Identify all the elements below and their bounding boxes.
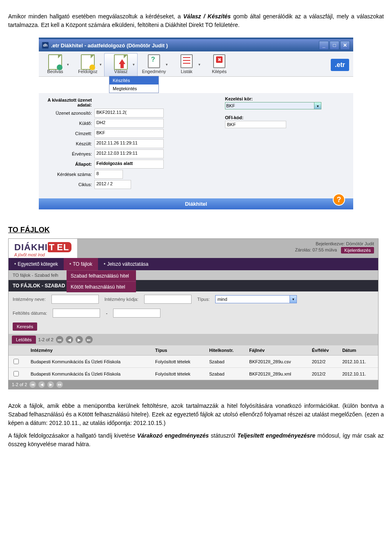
- header-right: Bejelentkezve: Dömötör Judit Zárolás: 07…: [291, 239, 378, 258]
- uzenet-label: Üzenet azonosító:: [43, 111, 94, 116]
- app-icon: dh: [42, 42, 49, 49]
- chevron-down-icon: ▾: [290, 296, 296, 303]
- row-checkbox[interactable]: [13, 359, 19, 364]
- list-icon: [180, 54, 193, 68]
- valasz-button[interactable]: Válasz ▾: [104, 53, 138, 76]
- intezmeny-neve-input[interactable]: [51, 295, 99, 304]
- files-table: Intézmény Típus Hitelkonstr. Fájlnév Év/…: [9, 345, 378, 380]
- letoltes-tab[interactable]: Letöltés: [12, 336, 36, 344]
- keszites-item[interactable]: Készítés: [109, 76, 158, 84]
- cell-hitelkonstr: Szabad: [206, 368, 246, 380]
- pager-next-icon[interactable]: ▶: [76, 336, 83, 343]
- minimize-button[interactable]: _: [319, 41, 329, 50]
- date-to-input[interactable]: [113, 309, 160, 318]
- label: Jelszó változtatása: [107, 261, 148, 267]
- logo-tagline: A jövőt most írod: [14, 253, 71, 257]
- maximize-button[interactable]: □: [330, 41, 339, 50]
- zarolas-label: Zárolás: 07:55 múlva: [295, 247, 337, 252]
- nav-jelszo[interactable]: •Jelszó változtatása: [98, 258, 154, 270]
- label: Engedmény: [142, 69, 166, 74]
- pager-last-icon[interactable]: ⏭: [56, 381, 63, 388]
- text: státuszról: [211, 432, 237, 439]
- megtekintes-item[interactable]: Megtekintés: [109, 84, 158, 93]
- label: Kilépés: [212, 69, 227, 74]
- nav-to-fajlok[interactable]: •TO fájlok: [64, 258, 98, 270]
- dh-header: DIÁKHITEL A jövőt most írod Bejelentkezv…: [9, 239, 378, 258]
- allapot-label: Állapot:: [43, 162, 94, 167]
- cell-datum: 2012.10.11.: [339, 368, 378, 380]
- cell-evfelev: 2012/2: [309, 368, 339, 380]
- ciklus-value: 2012 / 2: [94, 180, 131, 189]
- submenu-kotott[interactable]: Kötött felhasználású hitel: [67, 281, 136, 292]
- logo-text: T: [48, 242, 56, 252]
- kuldo-label: Küldő:: [43, 121, 94, 126]
- cell-evfelev: 2012/2: [309, 356, 339, 368]
- pager-first-icon[interactable]: ⏮: [29, 381, 36, 388]
- breadcrumb: TO fájlok - Szabad felh: [9, 270, 378, 280]
- pager-info: 1-2 of 2: [12, 382, 27, 387]
- ciklus-label: Ciklus:: [43, 182, 94, 187]
- keszult-label: Készült:: [43, 141, 94, 146]
- cell-tipus: Folyósított tételek: [152, 356, 206, 368]
- tipus-label: Típus:: [197, 297, 210, 302]
- cell-intezmeny: Budapesti Kommunikációs És Üzleti Főisko…: [27, 368, 152, 380]
- th-fajlnev: Fájlnév: [246, 345, 308, 356]
- help-icon[interactable]: ?: [333, 193, 345, 206]
- chevron-down-icon: ▾: [166, 62, 168, 67]
- tipus-select[interactable]: mind ▾: [215, 295, 297, 303]
- section-label: A kiválasztott üzenet adatai:: [43, 98, 94, 107]
- to-fajlok-submenu: Szabad felhasználású hitel Kötött felhas…: [67, 270, 136, 292]
- pager-next-icon[interactable]: ▶: [47, 381, 54, 388]
- dash: -: [106, 311, 107, 316]
- beolvas-button[interactable]: Beolvas ▾: [39, 53, 71, 76]
- listak-button[interactable]: Listák ▾: [170, 53, 203, 76]
- submenu-szabad[interactable]: Szabad felhasználású hitel: [67, 270, 136, 281]
- cimzett-value: BKF: [94, 129, 164, 138]
- keszult-value: 2012.11.26 11:29:11: [94, 139, 164, 148]
- pager-bottom: 1-2 of 2 ⏮ ◀ ▶ ⏭: [9, 380, 378, 389]
- diakhitel-logo: DIÁKHITEL A jövőt most írod: [9, 239, 77, 258]
- status-paragraph: A fájlok feldolgozásakor a hallgató tand…: [8, 431, 384, 449]
- question-icon: [148, 54, 160, 68]
- kezelesi-kor-value: BKF: [226, 103, 235, 108]
- intezmeny-neve-label: Intézmény neve:: [13, 297, 46, 302]
- pager-last-icon[interactable]: ⏭: [85, 336, 93, 343]
- nav-egyezteto-kotegek[interactable]: •Egyeztető kötegek: [9, 258, 64, 270]
- main-nav: •Egyeztető kötegek •TO fájlok •Jelszó vá…: [9, 258, 378, 270]
- chevron-down-icon: ▾: [133, 62, 135, 67]
- row-checkbox[interactable]: [13, 371, 19, 376]
- engedmeny-button[interactable]: Engedmény ▾: [138, 53, 170, 76]
- intezmeny-kodja-input[interactable]: [144, 295, 192, 304]
- label: Egyeztető kötegek: [18, 261, 58, 267]
- window-titlebar: dh .etr Diákhitel - adatfeldolgozó (Dömö…: [39, 39, 353, 51]
- chevron-down-icon: ▾: [314, 102, 321, 109]
- message-details: A kiválasztott üzenet adatai: Üzenet azo…: [39, 93, 353, 198]
- kilepes-button[interactable]: Kilépés: [203, 53, 236, 76]
- tipus-value: mind: [217, 297, 227, 302]
- logout-button[interactable]: Kijelentkezés: [341, 247, 374, 253]
- cell-fajlnev: BKF2012II_289u.xml: [246, 368, 308, 380]
- close-button[interactable]: ✕: [340, 41, 350, 50]
- ofi-kod-value: BKF: [225, 121, 286, 128]
- etr-window-screenshot: dh .etr Diákhitel - adatfeldolgozó (Dömö…: [39, 38, 353, 209]
- explanation-paragraph: Azok a fájlok, amik ebbe a menüpontba ke…: [8, 402, 384, 427]
- date-from-input[interactable]: [53, 309, 100, 318]
- th-tipus: Típus: [152, 345, 206, 356]
- cimzett-label: Címzett:: [43, 131, 94, 136]
- valasz-dropdown: Készítés Megtekintés: [109, 76, 159, 93]
- kezelesi-kor-select[interactable]: BKF ▾: [225, 102, 321, 109]
- ervenyes-value: 2012.12.03 11:29:11: [94, 149, 164, 158]
- th-datum: Dátum: [339, 345, 378, 356]
- pager-prev-icon[interactable]: ◀: [38, 381, 45, 388]
- logo-text: EL: [56, 242, 71, 252]
- search-button[interactable]: Keresés: [13, 322, 37, 331]
- pager-first-icon[interactable]: ⏮: [56, 336, 63, 343]
- toolbar: Beolvas ▾ Feldolgoz ▾ Válasz ▾ Engedmény…: [39, 51, 353, 77]
- intro-paragraph: Amikor minden hallgató esetében megválas…: [8, 12, 384, 29]
- pager-prev-icon[interactable]: ◀: [66, 336, 73, 343]
- feldolgoz-button[interactable]: Feldolgoz ▾: [71, 53, 104, 76]
- th-evfelev: Év/félév: [309, 345, 339, 356]
- status-from: Várakozó engedményezés: [137, 432, 209, 439]
- kezelesi-kor-label: Kezelési kör:: [225, 96, 321, 101]
- close-icon: [213, 54, 225, 68]
